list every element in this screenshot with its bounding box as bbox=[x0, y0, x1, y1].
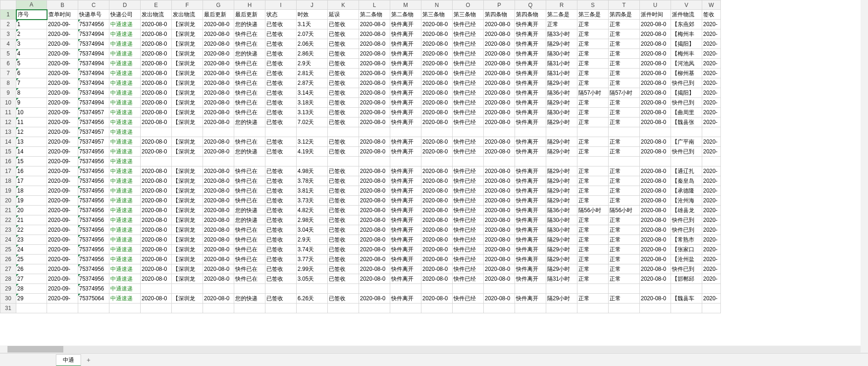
cell[interactable]: 快件已在 bbox=[234, 255, 265, 264]
cell[interactable]: 已签收 bbox=[328, 117, 359, 127]
cell[interactable]: 已签收 bbox=[328, 245, 359, 255]
cell[interactable]: 快件离开 bbox=[390, 147, 421, 157]
cell[interactable]: 已签收 bbox=[265, 98, 297, 108]
cell[interactable]: 2020-08-0 bbox=[141, 264, 172, 274]
cell[interactable]: 2020-08-0 bbox=[359, 78, 390, 88]
cell[interactable]: 快件离开 bbox=[390, 255, 421, 264]
cell[interactable]: 第二条物 bbox=[359, 10, 390, 20]
cell[interactable] bbox=[421, 304, 453, 313]
cell[interactable]: 2020-08-0 bbox=[640, 39, 671, 49]
cell[interactable]: 5 bbox=[16, 59, 47, 69]
cell[interactable]: 2020-08-0 bbox=[359, 69, 390, 78]
cell[interactable]: 中通速递 bbox=[109, 88, 141, 98]
select-all-corner[interactable] bbox=[0, 0, 16, 10]
cell[interactable]: 2020-08-0 bbox=[203, 49, 234, 59]
cell[interactable]: 正常 bbox=[577, 235, 609, 245]
cell[interactable]: 2020-08-0 bbox=[421, 274, 453, 284]
cell[interactable]: 6.26天 bbox=[297, 294, 328, 304]
cell[interactable]: 2020-08-0 bbox=[359, 215, 390, 225]
cell[interactable]: 2020-09- bbox=[47, 274, 78, 284]
cell[interactable]: 75374956 bbox=[78, 20, 109, 29]
cell[interactable]: 快件已在 bbox=[234, 225, 265, 235]
cell[interactable] bbox=[421, 284, 453, 294]
cell[interactable] bbox=[109, 304, 141, 313]
cell[interactable]: 2020-08-0 bbox=[359, 98, 390, 108]
cell[interactable]: 【承德隆 bbox=[671, 186, 702, 196]
cell[interactable]: 3.1天 bbox=[297, 20, 328, 29]
cell[interactable]: 隔29小时 bbox=[546, 78, 577, 88]
cell[interactable] bbox=[609, 284, 640, 294]
cell[interactable]: 4 bbox=[16, 49, 47, 59]
cell[interactable]: 3.12天 bbox=[297, 137, 328, 147]
row-header-11[interactable]: 11 bbox=[0, 108, 16, 117]
cell[interactable]: 2020-09- bbox=[47, 215, 78, 225]
cell[interactable]: 2020-08-0 bbox=[421, 215, 453, 225]
cell[interactable]: 快件离开 bbox=[390, 117, 421, 127]
row-header-29[interactable]: 29 bbox=[0, 284, 16, 294]
cell[interactable]: 已签收 bbox=[265, 176, 297, 186]
cell[interactable]: 隔29小时 bbox=[546, 186, 577, 196]
cell[interactable] bbox=[203, 157, 234, 166]
cell[interactable]: 2020-08-0 bbox=[203, 274, 234, 284]
cell[interactable]: 2020-08-0 bbox=[640, 20, 671, 29]
cell[interactable]: 25 bbox=[16, 255, 47, 264]
cell[interactable]: 快件离开 bbox=[390, 108, 421, 117]
cell[interactable]: 16 bbox=[16, 166, 47, 176]
column-header-O[interactable]: O bbox=[453, 0, 484, 10]
cell[interactable]: 2020-08-0 bbox=[203, 235, 234, 245]
cell[interactable]: 3.05天 bbox=[297, 274, 328, 284]
cell[interactable]: 中通速递 bbox=[109, 235, 141, 245]
cell[interactable]: 2020-09- bbox=[47, 225, 78, 235]
cell[interactable]: 2020-08-0 bbox=[484, 137, 515, 147]
cell[interactable]: 75374956 bbox=[78, 235, 109, 245]
cell[interactable]: 隔36小时 bbox=[546, 206, 577, 215]
cell[interactable]: 2020-08-0 bbox=[421, 49, 453, 59]
cell[interactable]: 快件离开 bbox=[515, 215, 546, 225]
cell[interactable]: 4.19天 bbox=[297, 147, 328, 157]
cell[interactable]: 4.82天 bbox=[297, 206, 328, 215]
cell[interactable]: 2020-08-0 bbox=[203, 88, 234, 98]
cell[interactable]: 2020-08-0 bbox=[640, 137, 671, 147]
cell[interactable]: 2020-08-0 bbox=[359, 29, 390, 39]
cell[interactable]: 正常 bbox=[577, 49, 609, 59]
cell[interactable]: 隔29小时 bbox=[546, 245, 577, 255]
cell[interactable]: 3.14天 bbox=[297, 88, 328, 98]
cell[interactable] bbox=[609, 304, 640, 313]
cell[interactable]: 正常 bbox=[577, 186, 609, 196]
cell[interactable]: 快件离开 bbox=[390, 88, 421, 98]
cell[interactable]: 75374956 bbox=[78, 157, 109, 166]
row-header-4[interactable]: 4 bbox=[0, 39, 16, 49]
cell[interactable]: 快件离开 bbox=[515, 108, 546, 117]
cell[interactable]: 快件离开 bbox=[515, 39, 546, 49]
cell[interactable]: 2020-08-0 bbox=[141, 78, 172, 88]
cell[interactable] bbox=[297, 284, 328, 294]
cell[interactable]: 快件已经 bbox=[453, 78, 484, 88]
cell[interactable] bbox=[359, 157, 390, 166]
cell[interactable]: 19 bbox=[16, 196, 47, 206]
cell[interactable]: 快件离开 bbox=[390, 78, 421, 88]
cell[interactable]: 正常 bbox=[577, 137, 609, 147]
cell[interactable]: 快件已经 bbox=[453, 196, 484, 206]
column-header-V[interactable]: V bbox=[671, 0, 702, 10]
cell[interactable]: 已签收 bbox=[328, 166, 359, 176]
cell[interactable]: 【通辽扎 bbox=[671, 166, 702, 176]
cell[interactable]: 3.18天 bbox=[297, 98, 328, 108]
cell[interactable]: 正常 bbox=[577, 255, 609, 264]
cell[interactable]: 【张家口 bbox=[671, 245, 702, 255]
cell[interactable]: 2020-08-0 bbox=[421, 235, 453, 245]
cell[interactable]: 2020- bbox=[702, 176, 721, 186]
cell[interactable]: 已签收 bbox=[328, 98, 359, 108]
cell[interactable]: 2 bbox=[16, 29, 47, 39]
cell[interactable]: 中通速递 bbox=[109, 274, 141, 284]
cell[interactable]: 已签收 bbox=[265, 69, 297, 78]
cell[interactable] bbox=[265, 127, 297, 137]
cell[interactable]: 2.81天 bbox=[297, 69, 328, 78]
cell[interactable]: 【梅州丰 bbox=[671, 49, 702, 59]
cell[interactable]: 3.74天 bbox=[297, 245, 328, 255]
cell[interactable]: 2020-08-0 bbox=[640, 98, 671, 108]
cell[interactable] bbox=[484, 284, 515, 294]
cell[interactable]: 2020-09- bbox=[47, 235, 78, 245]
cell[interactable]: 2020-08-0 bbox=[484, 186, 515, 196]
cell[interactable]: 快件离开 bbox=[390, 225, 421, 235]
cell[interactable]: 已签收 bbox=[265, 235, 297, 245]
